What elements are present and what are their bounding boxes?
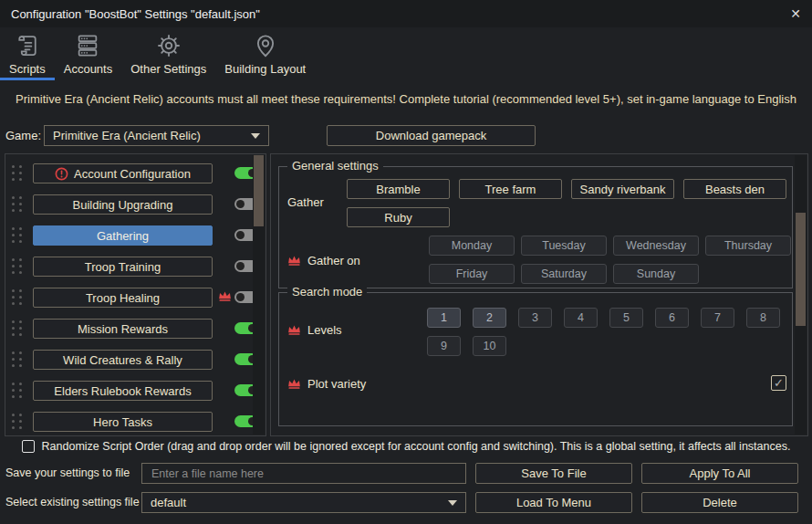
script-list: Account Configuration <box>5 154 253 435</box>
level-button[interactable]: 7 <box>701 308 734 328</box>
script-button[interactable]: Elders Rulebook Rewards <box>33 381 213 401</box>
requirements-notice: Primitive Era (Ancient Relic) accounts m… <box>0 89 812 110</box>
script-row: Building Upgrading <box>5 194 253 215</box>
plot-variety-label: Plot variety <box>307 377 366 391</box>
tab-building-layout[interactable]: Building Layout <box>215 27 315 80</box>
script-button[interactable]: Building Upgrading <box>33 194 213 215</box>
script-row: Wild Creatures & Rally <box>5 350 253 370</box>
level-button[interactable]: 6 <box>655 308 689 328</box>
script-button[interactable]: Troop Healing <box>33 288 213 308</box>
download-gamepack-button[interactable]: Download gamepack <box>327 125 536 146</box>
warning-icon <box>55 167 68 181</box>
day-button[interactable]: Saturday <box>521 264 607 284</box>
script-label: Hero Tasks <box>93 415 152 429</box>
drag-handle-icon[interactable] <box>12 258 22 275</box>
drag-handle-icon[interactable] <box>12 414 22 430</box>
day-button[interactable]: Friday <box>429 264 515 284</box>
general-settings-group: General settings Gather Bramble Tree far… <box>278 166 793 288</box>
level-button[interactable]: 5 <box>609 308 643 328</box>
script-label: Troop Healing <box>86 291 160 305</box>
tab-bar: Scripts Accounts <box>0 27 812 80</box>
configuration-window: Configuration "BoostBot" Settings "defau… <box>0 0 812 524</box>
group-title: General settings <box>287 160 383 173</box>
left-panel-scrollbar[interactable] <box>253 155 265 435</box>
tab-accounts[interactable]: Accounts <box>55 27 121 80</box>
script-label: Gathering <box>97 229 149 243</box>
save-settings-label: Save your settings to file <box>5 463 130 484</box>
scroll-icon <box>12 30 43 60</box>
settings-file-select[interactable]: default <box>141 492 466 513</box>
drag-handle-icon[interactable] <box>12 289 22 306</box>
level-buttons: 1 2 3 4 5 6 7 8 9 10 <box>427 308 792 356</box>
drag-handle-icon[interactable] <box>12 320 22 337</box>
script-button[interactable]: Mission Rewards <box>33 319 213 339</box>
script-button[interactable]: Hero Tasks <box>33 412 213 432</box>
chevron-down-icon <box>251 133 260 139</box>
drag-handle-icon[interactable] <box>12 227 22 244</box>
file-name-input[interactable] <box>141 463 466 484</box>
game-label: Game: <box>5 125 41 146</box>
load-to-menu-button[interactable]: Load To Menu <box>475 492 632 513</box>
randomize-row: Randomize Script Order (drag and drop or… <box>0 438 812 454</box>
level-button[interactable]: 2 <box>473 308 506 328</box>
title-bar: Configuration "BoostBot" Settings "defau… <box>0 0 812 27</box>
drag-handle-icon[interactable] <box>12 351 22 368</box>
script-label: Building Upgrading <box>73 198 173 212</box>
script-button[interactable]: Troop Training <box>33 257 213 277</box>
apply-to-all-button[interactable]: Apply To All <box>641 463 798 484</box>
drag-handle-icon[interactable] <box>12 165 22 182</box>
gather-days: Monday Tuesday Wednesday Thursday Friday… <box>429 236 794 284</box>
game-select-value: Primitive Era (Ancient Relic) <box>53 129 201 142</box>
script-row: Account Configuration <box>5 163 253 183</box>
script-label: Elders Rulebook Rewards <box>54 384 191 398</box>
map-pin-icon <box>250 30 281 60</box>
game-select[interactable]: Primitive Era (Ancient Relic) <box>44 125 269 146</box>
tab-scripts[interactable]: Scripts <box>0 27 55 80</box>
delete-button[interactable]: Delete <box>641 492 798 513</box>
save-settings-row: Save your settings to file Save To File … <box>0 463 812 484</box>
right-panel-scrollbar[interactable] <box>795 155 807 435</box>
select-settings-row: Select existing settings file default Lo… <box>0 492 812 513</box>
settings-panel: General settings Gather Bramble Tree far… <box>270 153 808 436</box>
close-icon[interactable]: ✕ <box>790 7 801 20</box>
drag-handle-icon[interactable] <box>12 383 22 399</box>
day-button[interactable]: Wednesday <box>613 236 699 256</box>
script-label: Troop Training <box>85 260 161 274</box>
script-row: Troop Training <box>5 257 253 277</box>
level-button[interactable]: 8 <box>746 308 780 328</box>
level-button[interactable]: 3 <box>518 308 552 328</box>
drag-handle-icon[interactable] <box>12 196 22 213</box>
gather-option-button[interactable]: Beasts den <box>683 179 786 199</box>
game-row: Game: Primitive Era (Ancient Relic) Down… <box>0 125 812 146</box>
level-button[interactable]: 9 <box>427 336 461 356</box>
levels-label: Levels <box>307 323 342 337</box>
day-button[interactable]: Thursday <box>705 236 791 256</box>
day-button[interactable]: Tuesday <box>521 236 607 256</box>
gather-option-button[interactable]: Tree farm <box>459 179 562 199</box>
script-button[interactable]: Wild Creatures & Rally <box>33 350 213 370</box>
chevron-down-icon <box>448 500 457 506</box>
gather-option-button[interactable]: Ruby <box>347 207 450 227</box>
script-button[interactable]: Account Configuration <box>33 163 213 183</box>
tab-other-settings[interactable]: Other Settings <box>121 27 215 80</box>
plot-variety-checkbox[interactable]: ✓ <box>771 375 786 391</box>
save-to-file-button[interactable]: Save To File <box>475 463 632 484</box>
right-scrollbar-thumb[interactable] <box>796 213 806 326</box>
script-row: Mission Rewards <box>5 319 253 339</box>
left-scrollbar-thumb[interactable] <box>254 155 264 226</box>
level-button[interactable]: 4 <box>564 308 598 328</box>
script-button[interactable]: Gathering <box>33 225 213 246</box>
toggle-knob <box>236 293 245 301</box>
gather-option-button[interactable]: Bramble <box>347 179 450 199</box>
randomize-checkbox[interactable] <box>22 440 35 453</box>
day-button[interactable]: Monday <box>429 236 515 256</box>
level-button[interactable]: 10 <box>473 336 506 356</box>
search-mode-group: Search mode Levels 1 2 3 <box>278 292 793 426</box>
server-stack-icon <box>72 30 103 60</box>
gather-option-button[interactable]: Sandy riverbank <box>571 179 674 199</box>
toggle-knob <box>236 200 245 208</box>
level-button[interactable]: 1 <box>427 308 461 328</box>
group-title: Search mode <box>287 286 367 299</box>
day-button[interactable]: Sunday <box>613 264 699 284</box>
script-row: Gathering <box>5 225 253 246</box>
